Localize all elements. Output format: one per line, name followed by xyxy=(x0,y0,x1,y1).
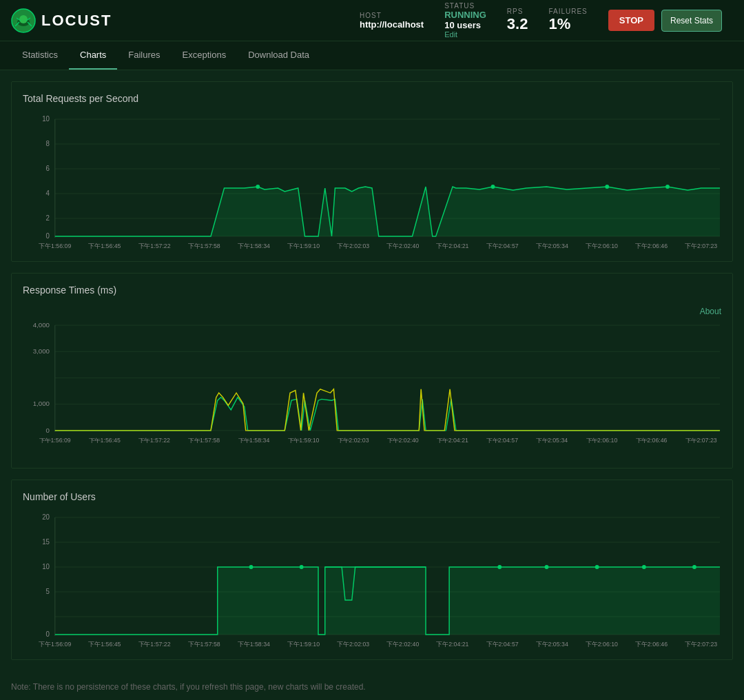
about-link[interactable]: About xyxy=(23,304,721,319)
tab-statistics[interactable]: Statistics xyxy=(11,41,69,70)
tab-charts[interactable]: Charts xyxy=(69,41,117,70)
rps-block: RPS 3.2 xyxy=(507,8,528,33)
svg-text:下午2:04:21: 下午2:04:21 xyxy=(436,243,468,249)
rps-value: 3.2 xyxy=(507,15,528,33)
header-buttons: STOP Reset Stats xyxy=(608,10,722,32)
svg-text:下午1:57:22: 下午1:57:22 xyxy=(138,437,170,444)
svg-text:下午1:58:34: 下午1:58:34 xyxy=(238,243,270,249)
svg-text:下午1:57:58: 下午1:57:58 xyxy=(188,243,220,249)
svg-text:4: 4 xyxy=(46,189,50,197)
svg-text:下午1:56:45: 下午1:56:45 xyxy=(88,243,121,249)
total-rps-svg: 10 8 6 4 2 0 下午1:56:09 下午1:56:45 下午1:57:… xyxy=(23,112,721,250)
svg-point-22 xyxy=(605,185,609,189)
reset-stats-button[interactable]: Reset Stats xyxy=(661,10,722,32)
tab-download-data[interactable]: Download Data xyxy=(237,41,320,70)
response-times-chart-section: Response Times (ms) About 4,000 3,000 1,… xyxy=(11,273,733,469)
svg-text:下午1:58:34: 下午1:58:34 xyxy=(238,641,270,648)
svg-text:0: 0 xyxy=(46,426,50,434)
svg-text:0: 0 xyxy=(46,232,50,240)
users-value: 10 users xyxy=(444,20,486,30)
edit-link[interactable]: Edit xyxy=(444,30,486,39)
host-block: HOST http://localhost xyxy=(360,12,424,30)
svg-text:4,000: 4,000 xyxy=(33,321,50,329)
svg-point-74 xyxy=(249,565,254,569)
svg-text:下午2:04:57: 下午2:04:57 xyxy=(486,243,519,249)
main-content: Total Requests per Second 10 8 6 4 2 0 xyxy=(0,70,744,700)
svg-point-77 xyxy=(545,565,549,569)
svg-text:下午2:06:10: 下午2:06:10 xyxy=(586,641,618,648)
svg-text:5: 5 xyxy=(46,588,50,595)
svg-text:15: 15 xyxy=(42,538,50,546)
svg-text:下午2:06:10: 下午2:06:10 xyxy=(586,243,618,249)
svg-text:下午2:02:40: 下午2:02:40 xyxy=(386,243,419,249)
tab-exceptions[interactable]: Exceptions xyxy=(172,41,238,70)
svg-text:下午2:07:23: 下午2:07:23 xyxy=(685,641,717,648)
svg-point-20 xyxy=(256,185,260,189)
stop-button[interactable]: STOP xyxy=(608,10,654,31)
svg-text:下午1:57:22: 下午1:57:22 xyxy=(138,243,171,249)
svg-text:下午2:02:40: 下午2:02:40 xyxy=(386,641,419,648)
num-users-title: Number of Users xyxy=(23,491,721,502)
logo-text: LOCUST xyxy=(41,12,112,30)
svg-text:下午1:59:10: 下午1:59:10 xyxy=(287,243,320,249)
svg-text:下午2:07:23: 下午2:07:23 xyxy=(685,243,717,249)
svg-text:8: 8 xyxy=(46,140,50,147)
svg-text:下午1:56:09: 下午1:56:09 xyxy=(39,243,71,249)
svg-point-21 xyxy=(491,185,495,189)
status-value: RUNNING xyxy=(444,10,486,20)
svg-point-80 xyxy=(692,565,696,569)
total-rps-chart-section: Total Requests per Second 10 8 6 4 2 0 xyxy=(11,81,733,262)
svg-text:下午1:57:58: 下午1:57:58 xyxy=(188,641,220,648)
num-users-chart-container: 20 15 10 5 0 下午1:56:09 xyxy=(23,511,721,648)
status-label: STATUS xyxy=(444,2,486,10)
svg-text:0: 0 xyxy=(46,630,50,638)
response-times-chart-container: 4,000 3,000 1,000 0 下午1:56:09 下午1:56:45 … xyxy=(23,319,721,457)
svg-text:下午2:05:34: 下午2:05:34 xyxy=(536,437,568,444)
response-times-title: Response Times (ms) xyxy=(23,285,721,296)
note-text: Note: There is no persistence of these c… xyxy=(11,671,733,697)
svg-text:下午2:04:57: 下午2:04:57 xyxy=(486,641,519,648)
svg-text:下午1:57:22: 下午1:57:22 xyxy=(138,641,171,648)
svg-text:下午2:06:46: 下午2:06:46 xyxy=(635,641,668,648)
svg-point-75 xyxy=(300,565,304,569)
status-block: STATUS RUNNING 10 users Edit xyxy=(444,2,486,39)
failures-label: FAILURES xyxy=(548,8,587,15)
svg-point-78 xyxy=(595,565,599,569)
response-times-svg: 4,000 3,000 1,000 0 下午1:56:09 下午1:56:45 … xyxy=(23,319,721,457)
failures-block: FAILURES 1% xyxy=(548,8,587,33)
header-stats: HOST http://localhost STATUS RUNNING 10 … xyxy=(360,2,722,39)
logo-area: LOCUST xyxy=(11,8,112,33)
svg-text:下午2:04:57: 下午2:04:57 xyxy=(486,437,518,444)
svg-text:下午1:56:09: 下午1:56:09 xyxy=(39,437,71,444)
svg-text:下午1:58:34: 下午1:58:34 xyxy=(238,437,270,444)
nav-tabs: Statistics Charts Failures Exceptions Do… xyxy=(0,41,744,70)
svg-text:10: 10 xyxy=(42,563,50,570)
svg-text:下午1:56:45: 下午1:56:45 xyxy=(89,437,121,444)
header: LOCUST HOST http://localhost STATUS RUNN… xyxy=(0,0,744,41)
rps-label: RPS xyxy=(507,8,528,15)
svg-text:下午1:59:10: 下午1:59:10 xyxy=(287,641,320,648)
svg-text:20: 20 xyxy=(42,513,50,521)
total-rps-chart-container: 10 8 6 4 2 0 下午1:56:09 下午1:56:45 下午1:57:… xyxy=(23,112,721,250)
tab-failures[interactable]: Failures xyxy=(117,41,171,70)
svg-text:10: 10 xyxy=(42,115,50,123)
svg-text:下午2:05:34: 下午2:05:34 xyxy=(536,641,568,648)
svg-text:2: 2 xyxy=(46,214,50,222)
host-label: HOST xyxy=(360,12,424,19)
svg-text:下午2:02:03: 下午2:02:03 xyxy=(337,243,369,249)
svg-text:下午2:04:21: 下午2:04:21 xyxy=(436,641,468,648)
svg-text:下午1:56:09: 下午1:56:09 xyxy=(39,641,71,648)
svg-text:下午2:05:34: 下午2:05:34 xyxy=(536,243,568,249)
svg-text:下午1:59:10: 下午1:59:10 xyxy=(288,437,320,444)
svg-point-2 xyxy=(19,15,28,23)
svg-text:下午2:02:03: 下午2:02:03 xyxy=(338,437,369,444)
svg-text:下午2:02:03: 下午2:02:03 xyxy=(337,641,369,648)
total-rps-title: Total Requests per Second xyxy=(23,93,721,104)
num-users-chart-section: Number of Users 20 15 10 5 0 xyxy=(11,480,733,660)
svg-text:下午2:06:10: 下午2:06:10 xyxy=(586,437,618,444)
svg-text:下午2:06:46: 下午2:06:46 xyxy=(636,437,668,444)
svg-point-76 xyxy=(497,565,502,569)
svg-text:下午1:57:58: 下午1:57:58 xyxy=(188,437,220,444)
svg-text:1,000: 1,000 xyxy=(33,400,50,408)
svg-text:下午2:02:40: 下午2:02:40 xyxy=(387,437,419,444)
